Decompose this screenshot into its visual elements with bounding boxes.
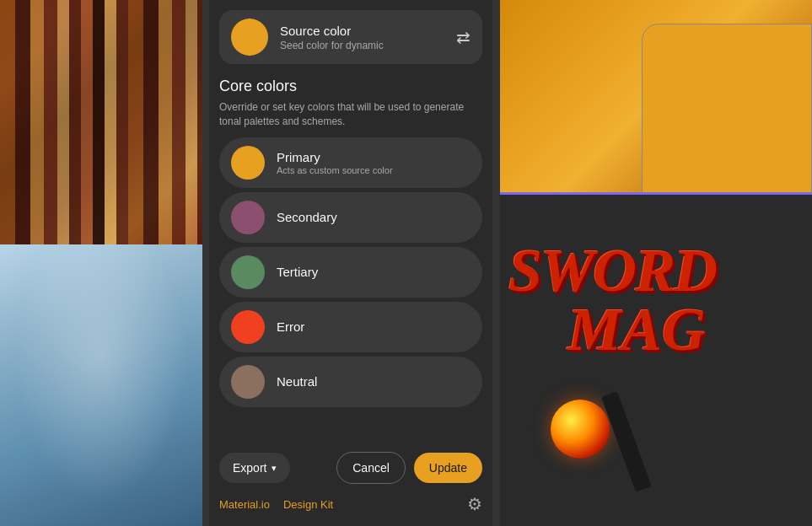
tertiary-label: Tertiary [277,265,318,279]
mag-text: MAG [567,295,706,365]
source-color-info: Source color Seed color for dynamic [280,24,444,51]
secondary-label: Secondary [277,210,337,224]
purple-accent-line [500,192,812,195]
secondary-swatch [231,201,265,234]
primary-swatch [231,146,265,180]
primary-label: Primary [277,150,393,164]
design-kit-link[interactable]: Design Kit [283,498,333,511]
update-button[interactable]: Update [414,453,482,483]
neutral-swatch [231,365,265,399]
stick-decoration [601,391,652,492]
neutral-info: Neutral [277,374,317,389]
secondary-info: Secondary [277,210,337,224]
error-info: Error [277,319,304,334]
primary-subtitle: Acts as custom source color [277,165,393,175]
shuffle-icon[interactable]: ⇄ [456,27,471,47]
dialog-footer: Export ▾ Cancel Update Material.io Desig… [209,443,492,526]
settings-icon[interactable]: ⚙ [467,494,482,514]
color-item-secondary[interactable]: Secondary [219,192,482,243]
material-io-link[interactable]: Material.io [219,498,270,511]
error-label: Error [277,319,304,334]
bg-books [0,0,202,244]
source-color-subtitle: Seed color for dynamic [280,40,444,51]
core-colors-title: Core colors [219,78,482,95]
core-colors-section: Core colors Override or set key colors t… [209,71,492,415]
bg-scene-left [0,244,202,526]
color-item-tertiary[interactable]: Tertiary [219,247,482,298]
error-swatch [231,310,265,344]
footer-buttons: Export ▾ Cancel Update [219,452,482,484]
tertiary-swatch [231,255,265,289]
bg-right-dark: SWORD MAG [500,194,812,526]
footer-links: Material.io Design Kit ⚙ [219,494,482,514]
chevron-down-icon: ▾ [272,463,277,474]
primary-info: Primary Acts as custom source color [277,150,393,175]
orb-decoration [551,400,610,459]
export-button[interactable]: Export ▾ [219,453,290,483]
source-color-row[interactable]: Source color Seed color for dynamic ⇄ [219,10,482,64]
cancel-button[interactable]: Cancel [336,452,406,484]
neutral-label: Neutral [277,374,317,389]
source-color-title: Source color [280,24,444,38]
tertiary-info: Tertiary [277,265,318,279]
color-dialog: Source color Seed color for dynamic ⇄ Co… [209,0,492,489]
core-colors-description: Override or set key colors that will be … [219,100,482,129]
source-color-swatch [231,19,268,56]
color-item-error[interactable]: Error [219,302,482,352]
color-item-primary[interactable]: Primary Acts as custom source color [219,137,482,188]
bg-right-panel: SWORD MAG [500,0,812,526]
export-label: Export [233,461,266,475]
bg-right-orange [500,0,812,194]
color-item-neutral[interactable]: Neutral [219,357,482,407]
